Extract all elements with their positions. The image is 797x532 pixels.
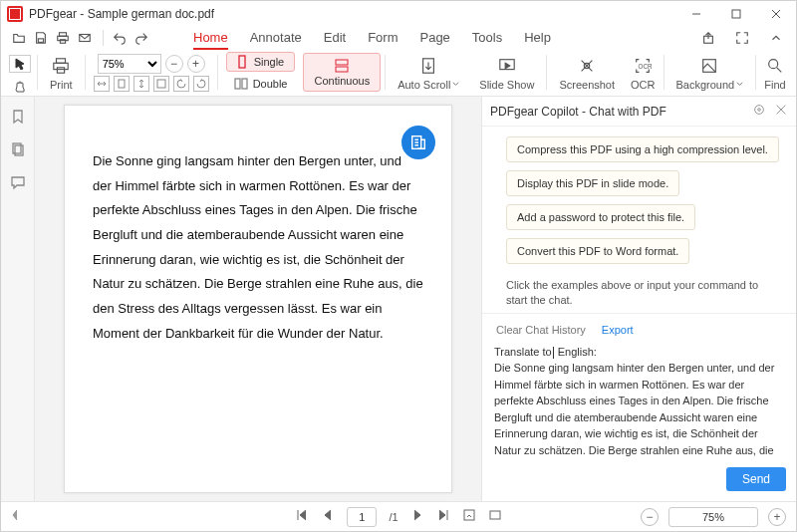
svg-rect-19 [336,67,348,72]
status-bar: 1 /1 − 75% + [1,501,796,531]
svg-point-25 [769,59,778,68]
copilot-close-icon[interactable] [766,103,788,120]
divider [103,30,104,46]
svg-rect-4 [38,39,43,43]
window-close-button[interactable] [756,1,796,27]
svg-rect-35 [490,511,500,519]
menu-annotate[interactable]: Annotate [250,27,302,50]
main-menu: Home Annotate Edit Form Page Tools Help [193,27,551,50]
open-file-icon[interactable] [9,28,29,48]
email-icon[interactable] [75,28,95,48]
svg-rect-18 [336,60,348,65]
export-chat-link[interactable]: Export [602,324,634,336]
chat-input[interactable]: Translate to English: Die Sonne ging lan… [494,344,784,461]
rotate-right-icon[interactable] [193,76,209,92]
svg-rect-1 [732,10,740,18]
menu-home[interactable]: Home [193,27,228,50]
ribbon-toolbar: Print 75% − + Single Double [1,49,796,97]
copilot-chat-area: Clear Chat History Export Translate to E… [482,313,796,461]
svg-rect-17 [242,79,247,89]
document-text: Die Sonne ging langsam hinter den Bergen… [93,149,423,347]
reading-mode-icon[interactable] [488,508,502,525]
suggestion-compress[interactable]: Compress this PDF using a high compressi… [506,136,779,162]
window-title: PDFgear - Sample german doc.pdf [29,7,676,21]
zoom-in-footer-button[interactable]: + [768,508,786,526]
zoom-value-footer[interactable]: 75% [668,507,758,527]
top-toolbar: Home Annotate Edit Form Page Tools Help [1,27,796,49]
clear-chat-link[interactable]: Clear Chat History [496,324,586,336]
slide-show-button[interactable]: Slide Show [469,49,544,96]
select-tool-button[interactable] [9,55,31,73]
auto-scroll-button[interactable]: Auto Scroll [388,49,469,96]
page-number-input[interactable]: 1 [347,507,377,527]
document-viewport[interactable]: Die Sonne ging langsam hinter den Bergen… [35,97,481,501]
hand-tool-button[interactable] [9,79,31,96]
collapse-sidebar-icon[interactable] [11,509,19,524]
ocr-button[interactable]: OCR OCR [625,49,661,96]
double-page-button[interactable]: Double [226,74,296,94]
menu-edit[interactable]: Edit [324,27,346,50]
svg-rect-16 [235,79,240,89]
zoom-group: 75% − + [88,49,215,96]
suggestion-word[interactable]: Convert this PDF to Word format. [506,238,689,264]
prev-page-button[interactable] [321,508,335,525]
thumbnails-panel-icon[interactable] [10,141,26,160]
copilot-settings-icon[interactable] [744,103,766,120]
copilot-title: PDFgear Copilot - Chat with PDF [490,105,666,119]
copilot-hint: Click the examples above or input your c… [506,278,782,309]
fit-page-icon[interactable] [114,76,130,92]
share-icon[interactable] [696,28,720,48]
print-label: Print [50,79,73,91]
actual-size-icon[interactable] [153,76,169,92]
redo-icon[interactable] [132,28,151,48]
undo-icon[interactable] [110,28,130,48]
app-logo-icon [7,6,23,22]
fullscreen-icon[interactable] [730,28,754,48]
window-minimize-button[interactable] [676,1,716,27]
fit-height-icon[interactable] [133,76,149,92]
page-count: /1 [389,511,398,523]
comments-panel-icon[interactable] [10,174,26,193]
zoom-in-button[interactable]: + [187,55,205,73]
svg-rect-7 [60,40,65,44]
menu-page[interactable]: Page [419,27,449,50]
single-page-button[interactable]: Single [226,52,296,72]
reflow-icon[interactable] [462,508,476,525]
send-button[interactable]: Send [726,467,786,491]
background-button[interactable]: Background [666,49,754,96]
bookmark-panel-icon[interactable] [10,109,26,128]
find-button[interactable]: Find [758,49,791,96]
print-icon[interactable] [53,28,73,48]
copilot-fab-button[interactable] [401,126,435,159]
last-page-button[interactable] [436,508,450,525]
next-page-button[interactable] [410,508,424,525]
svg-point-30 [755,106,764,115]
print-button[interactable]: Print [40,49,83,96]
rotate-left-icon[interactable] [173,76,189,92]
pdf-page: Die Sonne ging langsam hinter den Bergen… [64,105,452,493]
save-icon[interactable] [31,28,51,48]
suggestion-password[interactable]: Add a password to protect this file. [506,204,695,230]
collapse-ribbon-icon[interactable] [764,28,788,48]
copilot-panel: PDFgear Copilot - Chat with PDF Compress… [481,97,796,501]
copilot-suggestions: Compress this PDF using a high compressi… [482,127,796,313]
left-sidebar [1,97,35,501]
svg-rect-10 [57,58,66,63]
svg-rect-11 [54,63,68,69]
zoom-select[interactable]: 75% [98,54,161,74]
first-page-button[interactable] [295,508,309,525]
suggestion-slide[interactable]: Display this PDF in slide mode. [506,170,679,196]
menu-tools[interactable]: Tools [472,27,502,50]
zoom-out-button[interactable]: − [165,55,183,73]
svg-line-26 [777,67,782,72]
continuous-button[interactable]: Continuous [303,53,381,92]
copilot-header: PDFgear Copilot - Chat with PDF [482,97,796,127]
menu-form[interactable]: Form [368,27,398,50]
menu-help[interactable]: Help [524,27,551,50]
fit-width-icon[interactable] [94,76,110,92]
zoom-out-footer-button[interactable]: − [641,508,659,526]
svg-rect-13 [119,80,125,88]
screenshot-button[interactable]: Screenshot [549,49,625,96]
window-maximize-button[interactable] [716,1,756,27]
svg-rect-15 [239,56,245,68]
